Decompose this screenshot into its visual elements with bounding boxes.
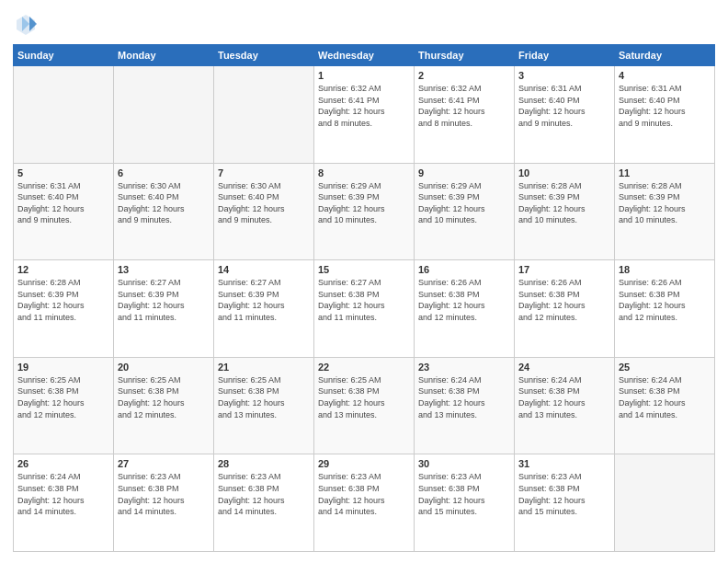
- table-row: 9Sunrise: 6:29 AM Sunset: 6:39 PM Daylig…: [415, 163, 515, 260]
- day-info: Sunrise: 6:27 AM Sunset: 6:39 PM Dayligh…: [118, 277, 210, 323]
- table-row: 10Sunrise: 6:28 AM Sunset: 6:39 PM Dayli…: [515, 163, 615, 260]
- week-row-3: 12Sunrise: 6:28 AM Sunset: 6:39 PM Dayli…: [14, 260, 715, 358]
- table-row: 14Sunrise: 6:27 AM Sunset: 6:39 PM Dayli…: [214, 260, 314, 358]
- day-number: 30: [418, 458, 510, 469]
- day-number: 2: [418, 70, 510, 81]
- table-row: 25Sunrise: 6:24 AM Sunset: 6:38 PM Dayli…: [615, 357, 715, 454]
- day-info: Sunrise: 6:25 AM Sunset: 6:38 PM Dayligh…: [118, 374, 210, 420]
- calendar-table: SundayMondayTuesdayWednesdayThursdayFrid…: [13, 44, 715, 552]
- table-row: [615, 454, 715, 552]
- table-row: 30Sunrise: 6:23 AM Sunset: 6:38 PM Dayli…: [415, 454, 515, 552]
- day-number: 24: [518, 362, 610, 373]
- day-info: Sunrise: 6:30 AM Sunset: 6:40 PM Dayligh…: [118, 180, 210, 226]
- day-info: Sunrise: 6:27 AM Sunset: 6:39 PM Dayligh…: [218, 277, 310, 323]
- day-info: Sunrise: 6:23 AM Sunset: 6:38 PM Dayligh…: [318, 471, 410, 517]
- day-info: Sunrise: 6:28 AM Sunset: 6:39 PM Dayligh…: [619, 180, 711, 226]
- table-row: 1Sunrise: 6:32 AM Sunset: 6:41 PM Daylig…: [314, 66, 415, 164]
- day-number: 14: [218, 264, 310, 275]
- day-number: 9: [418, 167, 510, 178]
- day-info: Sunrise: 6:29 AM Sunset: 6:39 PM Dayligh…: [418, 180, 510, 226]
- day-number: 1: [318, 70, 410, 81]
- day-number: 17: [518, 264, 610, 275]
- day-number: 3: [518, 70, 610, 81]
- table-row: 7Sunrise: 6:30 AM Sunset: 6:40 PM Daylig…: [214, 163, 314, 260]
- header: [13, 11, 715, 37]
- logo: [13, 11, 42, 37]
- table-row: 31Sunrise: 6:23 AM Sunset: 6:38 PM Dayli…: [515, 454, 615, 552]
- day-number: 16: [418, 264, 510, 275]
- header-day-friday: Friday: [515, 45, 615, 66]
- day-info: Sunrise: 6:23 AM Sunset: 6:38 PM Dayligh…: [518, 471, 610, 517]
- day-info: Sunrise: 6:23 AM Sunset: 6:38 PM Dayligh…: [118, 471, 210, 517]
- day-number: 10: [518, 167, 610, 178]
- header-day-saturday: Saturday: [615, 45, 715, 66]
- day-number: 5: [17, 167, 109, 178]
- table-row: 4Sunrise: 6:31 AM Sunset: 6:40 PM Daylig…: [615, 66, 715, 164]
- day-info: Sunrise: 6:24 AM Sunset: 6:38 PM Dayligh…: [518, 374, 610, 420]
- table-row: [214, 66, 314, 164]
- week-row-5: 26Sunrise: 6:24 AM Sunset: 6:38 PM Dayli…: [14, 454, 715, 552]
- table-row: 8Sunrise: 6:29 AM Sunset: 6:39 PM Daylig…: [314, 163, 415, 260]
- table-row: 28Sunrise: 6:23 AM Sunset: 6:38 PM Dayli…: [214, 454, 314, 552]
- day-info: Sunrise: 6:26 AM Sunset: 6:38 PM Dayligh…: [518, 277, 610, 323]
- day-info: Sunrise: 6:32 AM Sunset: 6:41 PM Dayligh…: [418, 83, 510, 129]
- day-info: Sunrise: 6:25 AM Sunset: 6:38 PM Dayligh…: [318, 374, 410, 420]
- day-info: Sunrise: 6:26 AM Sunset: 6:38 PM Dayligh…: [619, 277, 711, 323]
- table-row: 22Sunrise: 6:25 AM Sunset: 6:38 PM Dayli…: [314, 357, 415, 454]
- day-number: 13: [118, 264, 210, 275]
- table-row: 15Sunrise: 6:27 AM Sunset: 6:38 PM Dayli…: [314, 260, 415, 358]
- day-info: Sunrise: 6:31 AM Sunset: 6:40 PM Dayligh…: [518, 83, 610, 129]
- table-row: 11Sunrise: 6:28 AM Sunset: 6:39 PM Dayli…: [615, 163, 715, 260]
- day-info: Sunrise: 6:30 AM Sunset: 6:40 PM Dayligh…: [218, 180, 310, 226]
- header-row: SundayMondayTuesdayWednesdayThursdayFrid…: [14, 45, 715, 66]
- page: SundayMondayTuesdayWednesdayThursdayFrid…: [0, 0, 728, 563]
- table-row: 23Sunrise: 6:24 AM Sunset: 6:38 PM Dayli…: [415, 357, 515, 454]
- day-info: Sunrise: 6:28 AM Sunset: 6:39 PM Dayligh…: [17, 277, 109, 323]
- day-info: Sunrise: 6:29 AM Sunset: 6:39 PM Dayligh…: [318, 180, 410, 226]
- day-number: 11: [619, 167, 711, 178]
- day-number: 27: [118, 458, 210, 469]
- header-day-monday: Monday: [114, 45, 214, 66]
- day-info: Sunrise: 6:26 AM Sunset: 6:38 PM Dayligh…: [418, 277, 510, 323]
- day-info: Sunrise: 6:23 AM Sunset: 6:38 PM Dayligh…: [218, 471, 310, 517]
- day-info: Sunrise: 6:25 AM Sunset: 6:38 PM Dayligh…: [218, 374, 310, 420]
- day-number: 19: [17, 362, 109, 373]
- day-number: 12: [17, 264, 109, 275]
- header-day-thursday: Thursday: [415, 45, 515, 66]
- day-info: Sunrise: 6:25 AM Sunset: 6:38 PM Dayligh…: [17, 374, 109, 420]
- day-info: Sunrise: 6:32 AM Sunset: 6:41 PM Dayligh…: [318, 83, 410, 129]
- day-info: Sunrise: 6:24 AM Sunset: 6:38 PM Dayligh…: [17, 471, 109, 517]
- day-number: 20: [118, 362, 210, 373]
- day-number: 15: [318, 264, 410, 275]
- week-row-4: 19Sunrise: 6:25 AM Sunset: 6:38 PM Dayli…: [14, 357, 715, 454]
- day-number: 22: [318, 362, 410, 373]
- table-row: 13Sunrise: 6:27 AM Sunset: 6:39 PM Dayli…: [114, 260, 214, 358]
- table-row: 21Sunrise: 6:25 AM Sunset: 6:38 PM Dayli…: [214, 357, 314, 454]
- table-row: 3Sunrise: 6:31 AM Sunset: 6:40 PM Daylig…: [515, 66, 615, 164]
- day-number: 18: [619, 264, 711, 275]
- day-info: Sunrise: 6:27 AM Sunset: 6:38 PM Dayligh…: [318, 277, 410, 323]
- logo-icon: [13, 11, 39, 37]
- table-row: 26Sunrise: 6:24 AM Sunset: 6:38 PM Dayli…: [14, 454, 114, 552]
- table-row: 17Sunrise: 6:26 AM Sunset: 6:38 PM Dayli…: [515, 260, 615, 358]
- table-row: 18Sunrise: 6:26 AM Sunset: 6:38 PM Dayli…: [615, 260, 715, 358]
- table-row: 24Sunrise: 6:24 AM Sunset: 6:38 PM Dayli…: [515, 357, 615, 454]
- day-number: 8: [318, 167, 410, 178]
- table-row: 12Sunrise: 6:28 AM Sunset: 6:39 PM Dayli…: [14, 260, 114, 358]
- day-number: 31: [518, 458, 610, 469]
- day-info: Sunrise: 6:24 AM Sunset: 6:38 PM Dayligh…: [418, 374, 510, 420]
- table-row: [114, 66, 214, 164]
- table-row: 5Sunrise: 6:31 AM Sunset: 6:40 PM Daylig…: [14, 163, 114, 260]
- table-row: 29Sunrise: 6:23 AM Sunset: 6:38 PM Dayli…: [314, 454, 415, 552]
- table-row: 6Sunrise: 6:30 AM Sunset: 6:40 PM Daylig…: [114, 163, 214, 260]
- day-number: 6: [118, 167, 210, 178]
- day-number: 28: [218, 458, 310, 469]
- day-number: 26: [17, 458, 109, 469]
- day-info: Sunrise: 6:23 AM Sunset: 6:38 PM Dayligh…: [418, 471, 510, 517]
- day-number: 25: [619, 362, 711, 373]
- day-info: Sunrise: 6:31 AM Sunset: 6:40 PM Dayligh…: [17, 180, 109, 226]
- day-number: 29: [318, 458, 410, 469]
- table-row: 20Sunrise: 6:25 AM Sunset: 6:38 PM Dayli…: [114, 357, 214, 454]
- table-row: [14, 66, 114, 164]
- table-row: 16Sunrise: 6:26 AM Sunset: 6:38 PM Dayli…: [415, 260, 515, 358]
